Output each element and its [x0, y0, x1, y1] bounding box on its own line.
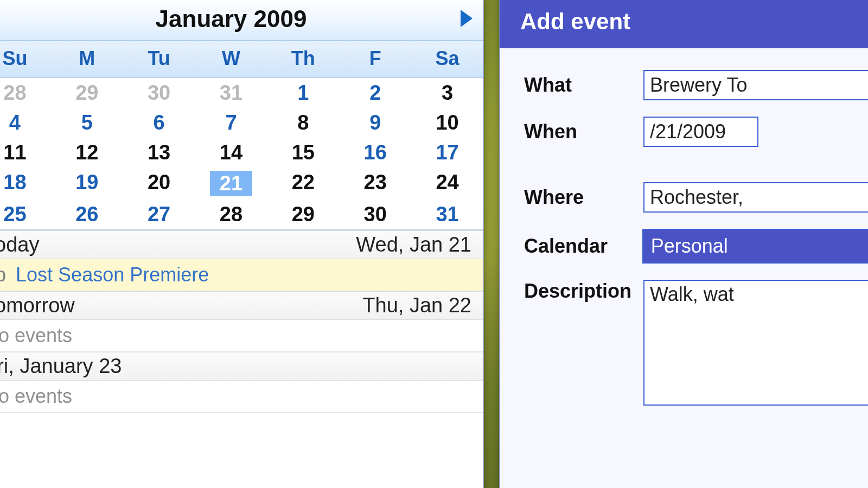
- agenda-header-left: Today: [0, 233, 39, 256]
- dates-grid: 2829303112345678910111213141516171819202…: [0, 78, 483, 229]
- weekday-tu: Tu: [123, 41, 195, 78]
- date-cell[interactable]: 11: [0, 138, 51, 168]
- date-cell[interactable]: 7: [195, 108, 267, 138]
- date-cell[interactable]: 28: [0, 78, 51, 108]
- agenda-header-left: Tomorrow: [0, 294, 75, 317]
- label-calendar: Calendar: [524, 235, 642, 258]
- calendar-select[interactable]: Personal: [642, 229, 868, 264]
- row-when: When: [524, 117, 868, 147]
- date-cell[interactable]: 13: [123, 138, 195, 168]
- agenda-header-right: Thu, Jan 22: [362, 294, 471, 317]
- weekday-header-row: Su M Tu W Th F Sa: [0, 41, 483, 78]
- date-cell[interactable]: 30: [339, 200, 411, 229]
- date-cell[interactable]: 9: [339, 108, 411, 138]
- date-cell[interactable]: 3: [411, 78, 483, 108]
- date-cell[interactable]: 29: [267, 200, 339, 229]
- date-cell[interactable]: 1: [267, 78, 339, 108]
- date-cell[interactable]: 19: [51, 168, 123, 200]
- date-cell[interactable]: 12: [51, 138, 123, 168]
- date-cell[interactable]: 8: [267, 108, 339, 138]
- weekday-mo: M: [51, 41, 123, 78]
- agenda-header: TodayWed, Jan 21: [0, 230, 483, 259]
- date-cell[interactable]: 22: [267, 168, 339, 200]
- add-event-title: Add event: [500, 0, 868, 48]
- what-input[interactable]: [643, 70, 868, 100]
- agenda-header-left: Fri, January 23: [0, 355, 122, 378]
- row-what: What: [524, 70, 868, 100]
- date-cell[interactable]: 10: [411, 108, 483, 138]
- add-event-panel: Add event What When Where Calendar Perso…: [499, 0, 868, 488]
- agenda-list: TodayWed, Jan 218pLost Season PremiereTo…: [0, 229, 483, 413]
- weekday-th: Th: [267, 41, 339, 78]
- calendar-titlebar: January 2009: [0, 0, 483, 41]
- date-cell[interactable]: 2: [339, 78, 411, 108]
- date-cell[interactable]: 6: [123, 108, 195, 138]
- agenda-empty: No events: [0, 320, 483, 352]
- agenda-event[interactable]: 8pLost Season Premiere: [0, 259, 483, 291]
- label-what: What: [524, 74, 643, 97]
- next-month-icon[interactable]: [461, 10, 473, 27]
- date-cell[interactable]: 28: [195, 200, 267, 229]
- weekday-sa: Sa: [411, 41, 483, 78]
- agenda-event-title: Lost Season Premiere: [16, 264, 209, 286]
- date-cell[interactable]: 23: [339, 168, 411, 200]
- date-cell[interactable]: 25: [0, 200, 51, 229]
- weekday-fr: F: [339, 41, 411, 78]
- date-cell[interactable]: 26: [51, 200, 123, 229]
- when-input[interactable]: [643, 117, 758, 147]
- label-where: Where: [524, 186, 643, 209]
- weekday-su: Su: [0, 41, 51, 78]
- date-cell[interactable]: 20: [123, 168, 195, 200]
- agenda-header-right: Wed, Jan 21: [356, 233, 471, 256]
- date-cell[interactable]: 4: [0, 108, 51, 138]
- row-calendar: Calendar Personal: [524, 229, 868, 264]
- date-cell[interactable]: 18: [0, 168, 51, 200]
- calendar-month-title: January 2009: [156, 5, 307, 33]
- date-cell[interactable]: 15: [267, 138, 339, 168]
- row-where: Where: [524, 182, 868, 213]
- description-textarea[interactable]: Walk, wat: [643, 280, 868, 406]
- date-cell[interactable]: 31: [411, 200, 483, 229]
- row-description: Description Walk, wat: [524, 280, 868, 406]
- date-cell[interactable]: 17: [411, 138, 483, 168]
- agenda-event-time: 8p: [0, 264, 6, 286]
- where-input[interactable]: [643, 182, 868, 213]
- date-cell[interactable]: 16: [339, 138, 411, 168]
- agenda-header: Fri, January 23: [0, 352, 483, 381]
- calendar-panel: January 2009 Su M Tu W Th F Sa 282930311…: [0, 0, 484, 488]
- date-cell[interactable]: 31: [195, 78, 267, 108]
- date-cell[interactable]: 27: [123, 200, 195, 229]
- agenda-header: TomorrowThu, Jan 22: [0, 291, 483, 320]
- date-cell[interactable]: 5: [51, 108, 123, 138]
- date-cell[interactable]: 24: [411, 168, 483, 200]
- date-cell[interactable]: 21: [195, 168, 267, 200]
- date-cell[interactable]: 30: [123, 78, 195, 108]
- label-description: Description: [524, 280, 643, 303]
- weekday-we: W: [195, 41, 267, 78]
- label-when: When: [524, 120, 643, 143]
- add-event-form: What When Where Calendar Personal Descri…: [500, 48, 868, 406]
- date-cell[interactable]: 29: [51, 78, 123, 108]
- agenda-empty: No events: [0, 381, 483, 413]
- date-cell[interactable]: 14: [195, 138, 267, 168]
